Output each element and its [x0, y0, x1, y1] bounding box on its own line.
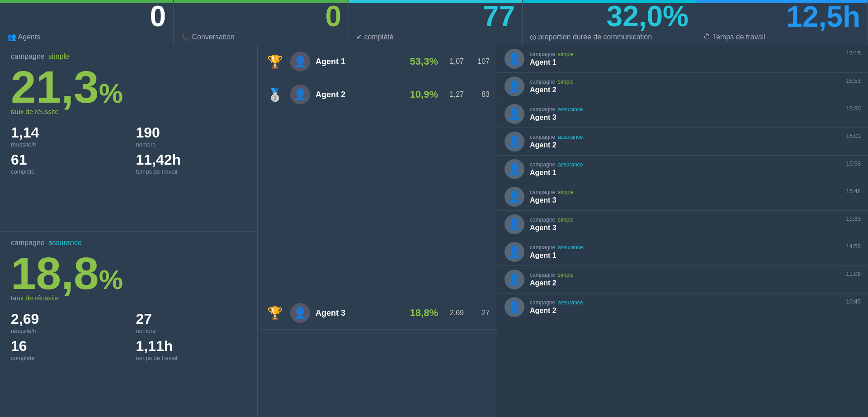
feed-person-icon-7: 👤	[508, 218, 521, 231]
feed-info-4: campagne assurance Agent 2	[530, 134, 861, 149]
feed-info-9: campagne simple Agent 2	[530, 272, 861, 287]
complete-label: ✔ complété	[356, 33, 515, 41]
agent2-pct: 10,9%	[402, 89, 438, 100]
feed-time-3: 16:30	[846, 105, 861, 112]
feed-item-6: 👤 campagne simple Agent 3 15:48	[497, 183, 868, 211]
ranking-spacer	[258, 111, 497, 297]
trophy-gold-3: 🏆	[265, 303, 285, 323]
feed-info-3: campagne assurance Agent 3	[530, 106, 861, 122]
agent1-name: Agent 1	[316, 57, 396, 66]
proportion-value: 32,0%	[530, 2, 689, 31]
campaigns-panel: campagne simple 21,3% taux de réussite 1…	[0, 45, 258, 417]
person-icon-3: 👤	[293, 307, 307, 319]
campaign-simple: campagne simple 21,3% taux de réussite 1…	[0, 45, 257, 232]
stat-temps-travail: 11,42h temps de travail	[136, 152, 247, 175]
header-bar: 0 👥 Agents 0 📞 Conversation 77 ✔ complét…	[0, 0, 868, 45]
feed-avatar-9: 👤	[505, 270, 524, 289]
feed-info-1: campagne simple Agent 1	[530, 51, 861, 66]
stat-temps-travail-2: 1,11h temps de travail	[136, 338, 247, 361]
header-temps: 12,5h ⏱ Temps de travail	[696, 0, 868, 45]
stat-reussite-h-2: 2,69 réussite/h	[11, 311, 122, 334]
feed-time-6: 15:48	[846, 188, 861, 194]
conversation-icon: 📞	[181, 33, 190, 41]
feed-item-1: 👤 campagne simple Agent 1 17:15	[497, 45, 868, 73]
header-agents: 0 👥 Agents	[0, 0, 174, 45]
feed-time-8: 14:58	[846, 243, 861, 250]
feed-person-icon-2: 👤	[508, 80, 521, 93]
conversation-label: 📞 Conversation	[181, 33, 341, 41]
agent3-pct: 18,8%	[402, 307, 438, 319]
person-icon-2: 👤	[293, 88, 307, 101]
avatar-agent2: 👤	[290, 85, 310, 104]
agents-icon: 👥	[7, 33, 16, 41]
feed-info-2: campagne simple Agent 2	[530, 79, 861, 94]
agent3-stat2: 27	[469, 309, 490, 317]
feed-info-7: campagne simple Agent 3	[530, 217, 861, 232]
feed-avatar-1: 👤	[505, 49, 524, 69]
campaign-assurance-pct: 18,8%	[11, 251, 246, 296]
feed-time-4: 16:01	[846, 133, 861, 139]
header-proportion: 32,0% ◎ proportion durée de communicatio…	[523, 0, 696, 45]
agent1-stat1: 1,07	[443, 57, 464, 66]
feed-item-3: 👤 campagne assurance Agent 3 16:30	[497, 100, 868, 128]
stat-nombre: 190 nombre	[136, 124, 247, 148]
feed-info-8: campagne assurance Agent 1	[530, 244, 861, 260]
agent3-stat1: 2,69	[443, 309, 464, 317]
header-complete: 77 ✔ complété	[349, 0, 523, 45]
feed-avatar-10: 👤	[505, 297, 524, 317]
agents-label: 👥 Agents	[7, 33, 166, 41]
agent-row-1: 🏆 👤 Agent 1 53,3% 1,07 107	[258, 45, 497, 78]
feed-avatar-3: 👤	[505, 104, 524, 124]
feed-info-10: campagne assurance Agent 2	[530, 299, 861, 315]
agent2-stat2: 83	[469, 90, 490, 99]
feed-person-icon-10: 👤	[508, 301, 521, 313]
agent3-name: Agent 3	[316, 308, 396, 318]
complete-count: 77	[356, 2, 515, 31]
feed-avatar-2: 👤	[505, 76, 524, 96]
campaign-assurance-stats: 2,69 réussite/h 27 nombre 16 complété 1,…	[11, 311, 246, 361]
proportion-label: ◎ proportion durée de communication	[530, 33, 689, 41]
feed-item-8: 👤 campagne assurance Agent 1 14:58	[497, 238, 868, 266]
campaign-simple-header: campagne simple	[11, 52, 246, 61]
avatar-agent1: 👤	[290, 52, 310, 71]
feed-time-9: 11:06	[846, 270, 861, 277]
trophy-silver-2: 🥈	[265, 85, 285, 104]
temps-label: ⏱ Temps de travail	[703, 33, 860, 41]
trophy-gold-1: 🏆	[265, 52, 285, 71]
feed-person-icon-4: 👤	[508, 135, 521, 148]
feed-avatar-5: 👤	[505, 159, 524, 179]
avatar-agent3: 👤	[290, 303, 310, 323]
stat-reussite-h: 1,14 réussite/h	[11, 124, 122, 148]
agents-count: 0	[7, 2, 166, 31]
agent-row-3: 🏆 👤 Agent 3 18,8% 2,69 27	[258, 297, 497, 330]
feed-person-icon-5: 👤	[508, 163, 521, 175]
campaign-assurance-label: campagne	[11, 239, 45, 247]
feed-person-icon-9: 👤	[508, 273, 521, 286]
campaign-assurance-name: assurance	[48, 239, 82, 247]
feed-time-2: 16:53	[846, 77, 861, 84]
feed-person-icon-3: 👤	[508, 108, 521, 120]
campaign-simple-pct: 21,3%	[11, 64, 246, 109]
activity-feed: 👤 campagne simple Agent 1 17:15 👤 campag…	[497, 45, 868, 417]
agent2-name: Agent 2	[316, 90, 396, 100]
feed-person-icon-1: 👤	[508, 52, 521, 65]
stat-complete-2: 16 complété	[11, 338, 122, 361]
agent-row-2: 🥈 👤 Agent 2 10,9% 1,27 83	[258, 78, 497, 111]
conversation-count: 0	[181, 2, 341, 31]
clock-icon: ⏱	[703, 33, 711, 41]
temps-value: 12,5h	[703, 2, 860, 31]
feed-avatar-6: 👤	[505, 187, 524, 207]
agent2-stat1: 1,27	[443, 90, 464, 99]
campaign-assurance-header: campagne assurance	[11, 239, 246, 247]
feed-time-10: 10:45	[846, 298, 861, 305]
feed-item-5: 👤 campagne assurance Agent 1 15:53	[497, 156, 868, 183]
campaign-assurance-taux-label: taux de réussite	[11, 294, 246, 302]
header-conversation: 0 📞 Conversation	[174, 0, 349, 45]
feed-item-7: 👤 campagne simple Agent 3 15:33	[497, 211, 868, 238]
feed-item-4: 👤 campagne assurance Agent 2 16:01	[497, 128, 868, 156]
campaign-simple-name: simple	[48, 52, 69, 61]
campaign-simple-taux-label: taux de réussite	[11, 108, 246, 115]
feed-info-6: campagne simple Agent 3	[530, 189, 861, 204]
campaign-assurance: campagne assurance 18,8% taux de réussit…	[0, 232, 257, 417]
main-content: campagne simple 21,3% taux de réussite 1…	[0, 45, 868, 417]
